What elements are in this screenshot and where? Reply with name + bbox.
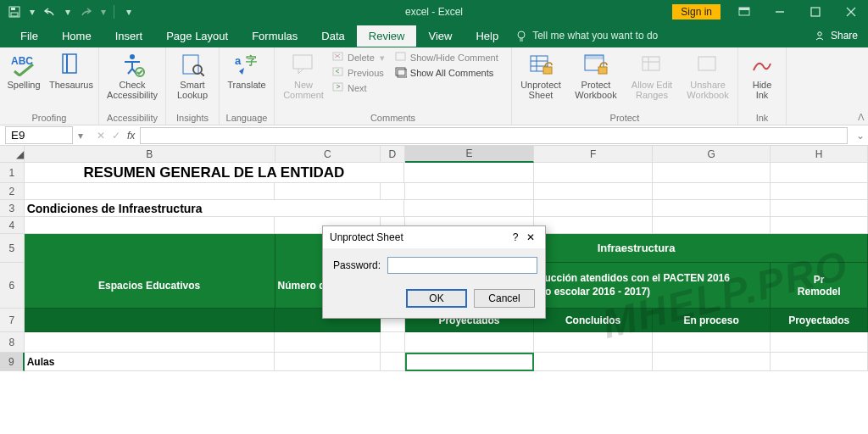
smart-lookup-label: Smart Lookup bbox=[177, 80, 208, 100]
formula-input[interactable] bbox=[140, 127, 848, 144]
close-icon[interactable] bbox=[834, 0, 868, 24]
qat-customize-icon[interactable]: ▾ bbox=[121, 4, 136, 19]
svg-point-19 bbox=[193, 65, 202, 74]
maximize-icon[interactable] bbox=[798, 0, 832, 24]
row-header-4[interactable]: 4 bbox=[0, 217, 25, 234]
enter-formula-icon[interactable]: ✓ bbox=[112, 130, 120, 142]
cell-subtitle[interactable]: Condiciones de Infraestructura bbox=[25, 200, 381, 217]
unshare-workbook-button[interactable]: Unshare Workbook bbox=[683, 51, 732, 100]
delete-comment-button[interactable]: Delete▾ bbox=[331, 51, 387, 64]
cell-enproceso-header[interactable]: En proceso bbox=[653, 309, 771, 332]
tab-home[interactable]: Home bbox=[50, 25, 103, 47]
show-all-comments-button[interactable]: Show All Comments bbox=[393, 66, 500, 80]
new-comment-label: New Comment bbox=[283, 80, 324, 100]
collapse-ribbon-icon[interactable]: ᐱ bbox=[858, 112, 865, 123]
thesaurus-button[interactable]: Thesaurus bbox=[49, 51, 93, 90]
cell-aulas[interactable]: Aulas bbox=[25, 353, 275, 371]
allow-edit-label: Allow Edit Ranges bbox=[632, 80, 672, 100]
check-accessibility-button[interactable]: Check Accessibility bbox=[104, 51, 160, 100]
col-header-g[interactable]: G bbox=[653, 146, 771, 163]
group-proofing-label: Proofing bbox=[5, 112, 93, 123]
smart-lookup-button[interactable]: Smart Lookup bbox=[171, 51, 214, 100]
ok-button[interactable]: OK bbox=[406, 289, 467, 308]
cell-title[interactable]: RESUMEN GENERAL DE LA ENTIDAD bbox=[25, 163, 405, 183]
row-header-7[interactable]: 7 bbox=[0, 309, 25, 332]
cancel-button[interactable]: Cancel bbox=[474, 289, 535, 308]
col-header-c[interactable]: C bbox=[275, 146, 381, 163]
formula-expand-icon[interactable]: ⌄ bbox=[853, 130, 868, 142]
group-language-label: Language bbox=[225, 112, 269, 123]
fx-icon[interactable]: fx bbox=[127, 130, 135, 142]
dialog-close-icon[interactable]: ✕ bbox=[523, 231, 538, 243]
formula-bar-row: ▾ ✕ ✓ fx ⌄ bbox=[0, 125, 868, 146]
redo-icon[interactable] bbox=[78, 4, 93, 19]
new-comment-button[interactable]: New Comment bbox=[280, 51, 327, 100]
name-box[interactable] bbox=[5, 126, 73, 144]
svg-rect-36 bbox=[543, 67, 552, 74]
password-input[interactable] bbox=[387, 257, 537, 274]
redo-dropdown-icon[interactable]: ▾ bbox=[100, 4, 107, 19]
row-header-2[interactable]: 2 bbox=[0, 183, 25, 200]
menu-bar: File Home Insert Page Layout Formulas Da… bbox=[0, 24, 868, 47]
col-header-h[interactable]: H bbox=[771, 146, 868, 163]
namebox-dropdown-icon[interactable]: ▾ bbox=[75, 130, 86, 142]
cell-espacios-header[interactable]: Espacios Educativos bbox=[25, 263, 275, 309]
password-label: Password: bbox=[333, 259, 381, 271]
translate-button[interactable]: a字 Translate bbox=[225, 51, 269, 90]
col-header-e[interactable]: E bbox=[405, 146, 535, 163]
col-header-b[interactable]: B bbox=[25, 146, 275, 163]
smart-lookup-icon bbox=[179, 51, 206, 78]
row-header-6[interactable]: 6 bbox=[0, 263, 25, 309]
group-comments-label: Comments bbox=[280, 112, 506, 123]
sign-in-button[interactable]: Sign in bbox=[672, 4, 721, 19]
svg-rect-15 bbox=[66, 54, 68, 73]
svg-rect-2 bbox=[11, 13, 18, 16]
row-header-1[interactable]: 1 bbox=[0, 163, 25, 183]
show-hide-comment-button[interactable]: Show/Hide Comment bbox=[393, 51, 500, 64]
tab-formulas[interactable]: Formulas bbox=[240, 25, 309, 47]
cell-pr-header[interactable]: PrRemodel bbox=[771, 263, 868, 309]
tab-data[interactable]: Data bbox=[309, 25, 356, 47]
thesaurus-label: Thesaurus bbox=[49, 80, 93, 90]
cell-proyectados2-header[interactable]: Proyectados bbox=[771, 309, 868, 332]
svg-rect-39 bbox=[598, 67, 607, 74]
row-header-9[interactable]: 9 bbox=[0, 353, 25, 371]
unshare-icon bbox=[694, 51, 721, 78]
spelling-button[interactable]: ABC Spelling bbox=[5, 51, 42, 90]
svg-rect-14 bbox=[63, 54, 76, 73]
cancel-formula-icon[interactable]: ✕ bbox=[97, 130, 105, 142]
unprotect-sheet-button[interactable]: Unprotect Sheet bbox=[517, 51, 565, 100]
previous-comment-button[interactable]: Previous bbox=[331, 66, 387, 80]
cell-concluidos-header[interactable]: Concluidos bbox=[534, 309, 652, 332]
spelling-label: Spelling bbox=[7, 80, 40, 90]
tab-help[interactable]: Help bbox=[464, 25, 510, 47]
undo-dropdown-icon[interactable]: ▾ bbox=[64, 4, 71, 19]
minimize-icon[interactable] bbox=[763, 0, 797, 24]
selected-cell-e9[interactable] bbox=[405, 353, 535, 371]
ribbon-options-icon[interactable] bbox=[727, 0, 761, 24]
col-header-d[interactable]: D bbox=[381, 146, 405, 163]
protect-workbook-button[interactable]: Protect Workbook bbox=[571, 51, 620, 100]
hide-ink-button[interactable]: Hide Ink bbox=[743, 51, 781, 100]
dialog-help-icon[interactable]: ? bbox=[508, 231, 523, 243]
tab-insert[interactable]: Insert bbox=[103, 25, 155, 47]
unshare-label: Unshare Workbook bbox=[687, 80, 728, 100]
qat-dropdown-icon[interactable]: ▾ bbox=[29, 4, 36, 19]
col-header-f[interactable]: F bbox=[534, 146, 652, 163]
select-all-corner[interactable]: ◢ bbox=[0, 146, 25, 163]
tell-me-search[interactable]: Tell me what you want to do bbox=[515, 30, 658, 42]
unprotect-sheet-label: Unprotect Sheet bbox=[520, 80, 561, 100]
row-header-3[interactable]: 3 bbox=[0, 200, 25, 217]
share-button[interactable]: Share bbox=[814, 30, 858, 42]
undo-icon[interactable] bbox=[42, 4, 58, 19]
row-header-8[interactable]: 8 bbox=[0, 332, 25, 353]
allow-edit-ranges-button[interactable]: Allow Edit Ranges bbox=[627, 51, 676, 100]
tab-review[interactable]: Review bbox=[357, 25, 417, 47]
svg-rect-43 bbox=[698, 57, 715, 70]
tab-view[interactable]: View bbox=[416, 25, 464, 47]
save-icon[interactable] bbox=[7, 4, 22, 19]
row-header-5[interactable]: 5 bbox=[0, 234, 25, 263]
next-comment-button[interactable]: Next bbox=[331, 81, 387, 95]
tab-page-layout[interactable]: Page Layout bbox=[154, 25, 240, 47]
tab-file[interactable]: File bbox=[8, 25, 50, 47]
